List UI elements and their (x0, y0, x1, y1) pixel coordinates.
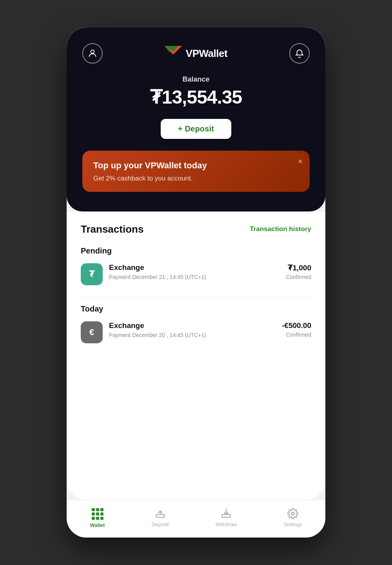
user-icon (87, 48, 98, 58)
table-row[interactable]: € Exchange Payment December 20 , 14:45 (… (81, 321, 311, 343)
pending-section: Pending ₮ Exchange Payment December 21 ,… (81, 246, 311, 285)
transactions-title: Transactions (81, 223, 143, 235)
table-row[interactable]: ₮ Exchange Payment December 21 , 14:45 (… (81, 263, 311, 285)
nav-wallet[interactable]: Wallet (82, 507, 113, 530)
phone-frame: VPWallet Balance ₮13,554.35 + Deposit × … (67, 27, 325, 538)
content-section: Transactions Transaction history Pending… (67, 211, 325, 500)
tx-date: Payment December 20 , 14:45 (UTC+1) (109, 332, 276, 339)
transaction-history-link[interactable]: Transaction history (250, 225, 311, 233)
gear-icon (287, 508, 298, 519)
promo-title: Top up your VPWallet today (93, 160, 269, 171)
nav-deposit[interactable]: Deposit (144, 507, 177, 530)
logo: VPWallet (165, 46, 227, 61)
svg-point-8 (291, 512, 294, 515)
upload-icon (155, 508, 166, 519)
tx-details: Exchange Payment December 21 , 14:45 (UT… (109, 263, 279, 281)
balance-section: Balance ₮13,554.35 (82, 75, 310, 108)
promo-banner: × Top up your VPWallet today Get 2% cash… (82, 151, 310, 192)
today-section: Today € Exchange Payment December 20 , 1… (81, 304, 311, 343)
bell-icon (294, 48, 305, 58)
tether-icon: ₮ (81, 263, 103, 285)
top-bar: VPWallet (82, 43, 310, 64)
header-section: VPWallet Balance ₮13,554.35 + Deposit × … (67, 27, 325, 211)
tx-right: -€500.00 Confirmed (282, 321, 311, 338)
today-label: Today (81, 304, 311, 313)
tx-right: ₮1,000 Confirmed (286, 263, 311, 280)
nav-wallet-label: Wallet (90, 522, 105, 528)
nav-withdraw-label: Withdraw (216, 521, 237, 527)
promo-close-button[interactable]: × (298, 157, 303, 166)
download-icon (221, 508, 232, 519)
notifications-button[interactable] (289, 43, 310, 64)
logo-icon (165, 46, 182, 61)
transactions-header: Transactions Transaction history (81, 223, 311, 235)
nav-settings-label: Settings (283, 521, 302, 527)
bottom-nav: Wallet Deposit Withdraw Settings (67, 500, 325, 538)
section-divider (81, 296, 311, 297)
promo-subtitle: Get 2% cashback to you account. (93, 175, 300, 182)
euro-icon: € (81, 321, 103, 343)
tx-status: Confirmed (282, 332, 311, 338)
wallet-grid-icon (92, 508, 103, 520)
logo-text: VPWallet (186, 47, 227, 60)
profile-button[interactable] (82, 43, 103, 64)
nav-withdraw[interactable]: Withdraw (208, 507, 245, 530)
tx-name: Exchange (109, 263, 279, 272)
tx-name: Exchange (109, 321, 276, 330)
nav-deposit-label: Deposit (152, 521, 169, 527)
balance-amount: ₮13,554.35 (82, 86, 310, 108)
pending-label: Pending (81, 246, 311, 255)
tx-amount: -€500.00 (282, 321, 311, 330)
tx-date: Payment December 21 , 14:45 (UTC+1) (109, 273, 279, 281)
balance-label: Balance (82, 75, 310, 84)
tx-status: Confirmed (286, 274, 311, 280)
deposit-button[interactable]: + Deposit (161, 119, 231, 139)
tx-details: Exchange Payment December 20 , 14:45 (UT… (109, 321, 276, 339)
nav-settings[interactable]: Settings (276, 507, 310, 530)
tx-amount: ₮1,000 (286, 263, 311, 272)
svg-point-0 (91, 50, 94, 53)
